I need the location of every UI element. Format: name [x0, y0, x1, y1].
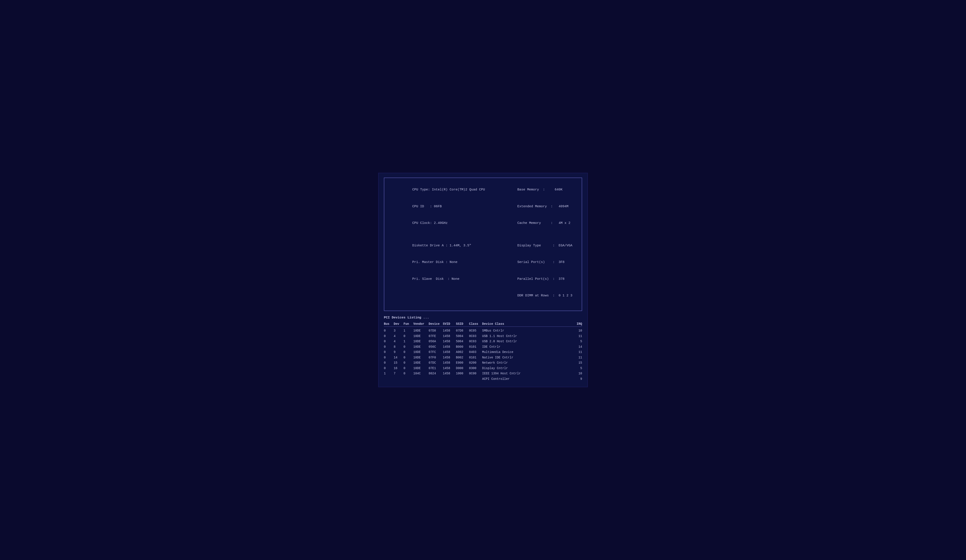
pci-ssid: 5004 [456, 333, 469, 339]
pci-device: 07DC [429, 360, 443, 366]
pci-svid: 1458 [443, 339, 456, 344]
pci-section: PCI Devices Listing ... Bus Dev Fun Vend… [384, 315, 582, 383]
pci-svid: 1458 [443, 328, 456, 333]
pci-table-row: 0 4 1 10DE 056A 1458 5004 0C03 USB 2.0 H… [384, 339, 582, 344]
serial-label: Serial Port(s) [517, 260, 545, 264]
bios-screen: CPU Type: Intel(R) Core(TM)2 Quad CPU CP… [378, 173, 588, 388]
pci-bus: 1 [384, 371, 394, 376]
col-header-bus: Bus [384, 322, 394, 326]
pci-devclass: USB 1.1 Host Cntrlr [482, 333, 573, 339]
pci-ssid: 5004 [456, 339, 469, 344]
pci-bus: 0 [384, 350, 394, 355]
pci-ssid: B000 [456, 344, 469, 350]
pci-table-row: 0 4 0 10DE 07FE 1458 5004 0C03 USB 1.1 H… [384, 333, 582, 339]
pci-irq: 5 [573, 339, 582, 344]
pci-dev: 15 [394, 360, 404, 366]
pci-class: 0C03 [469, 339, 482, 344]
pci-fun: 0 [404, 360, 413, 366]
diskette-row: Diskette Drive A : 1.44M, 3.5" [389, 237, 485, 254]
pci-vendor [413, 376, 429, 382]
pci-vendor: 10DE [413, 355, 429, 360]
base-mem-value: : 640K [543, 188, 562, 192]
pci-ssid: E000 [456, 360, 469, 366]
info-left-col: CPU Type: Intel(R) Core(TM)2 Quad CPU CP… [389, 182, 485, 307]
pci-table-row: 0 8 0 10DE 056C 1458 B000 0101 IDE Cntrl… [384, 344, 582, 350]
pci-devclass: Native IDE Cntrlr [482, 355, 573, 360]
pci-ssid: 07D8 [456, 328, 469, 333]
pci-svid: 1458 [443, 371, 456, 376]
pci-bus: 0 [384, 355, 394, 360]
pci-irq: 10 [573, 371, 582, 376]
pci-ssid: B002 [456, 355, 469, 360]
cpu-clock-value: : 2.40GHz [430, 221, 448, 225]
pci-svid: 1458 [443, 350, 456, 355]
pci-class: 0300 [469, 366, 482, 371]
pci-vendor: 10DE [413, 328, 429, 333]
pri-slave-label: Pri. Slave Disk [412, 277, 444, 281]
cpu-id-value: : 06FB [430, 205, 442, 209]
col-header-vendor: Vendor [413, 322, 429, 326]
cpu-clock-label: CPU Clock [412, 221, 430, 225]
pci-fun: 1 [404, 339, 413, 344]
pci-vendor: 10DE [413, 360, 429, 366]
pci-dev: 4 [394, 333, 404, 339]
pci-table-header: Bus Dev Fun Vendor Device SVID SSID Clas… [384, 321, 582, 327]
col-header-devclass: Device Class [482, 322, 573, 326]
pci-fun: 0 [404, 333, 413, 339]
pci-vendor: 10DE [413, 344, 429, 350]
pci-class: 0C00 [469, 371, 482, 376]
cpu-type-label: CPU Type [412, 188, 428, 192]
pci-fun: 0 [404, 355, 413, 360]
pci-device: 056C [429, 344, 443, 350]
pci-devclass: Network Cntrlr [482, 360, 573, 366]
pci-class [469, 376, 482, 382]
cpu-clock-row: CPU Clock: 2.40GHz [389, 215, 485, 232]
pci-device: 07D8 [429, 328, 443, 333]
ddr-label: DDR DIMM at Rows [517, 294, 549, 297]
pci-vendor: 104C [413, 371, 429, 376]
serial-row: Serial Port(s) : 3F8 [494, 254, 577, 271]
pci-svid: 1458 [443, 333, 456, 339]
pci-ssid: D000 [456, 366, 469, 371]
pci-devclass: Multimedia Device [482, 350, 573, 355]
pci-ssid: A002 [456, 350, 469, 355]
pci-bus: 0 [384, 344, 394, 350]
pci-svid: 1458 [443, 355, 456, 360]
pci-table-body: 0 3 1 10DE 07D8 1458 07D8 0C05 SMBus Cnt… [384, 328, 582, 381]
pci-table-row: 0 16 0 10DE 07E1 1458 D000 0300 Display … [384, 366, 582, 371]
pci-table-row: 0 3 1 10DE 07D8 1458 07D8 0C05 SMBus Cnt… [384, 328, 582, 333]
ddr-row: DDR DIMM at Rows : 0 1 2 3 [494, 287, 577, 304]
pci-irq: 9 [573, 376, 582, 382]
pci-dev: 8 [394, 344, 404, 350]
pci-devclass: Display Cntrlr [482, 366, 573, 371]
pci-svid: 1458 [443, 360, 456, 366]
pri-master-value: : None [446, 260, 457, 264]
pci-devclass: IEEE 1394 Host Cntrlr [482, 371, 573, 376]
pri-slave-row: Pri. Slave Disk : None [389, 271, 485, 287]
pci-table-row: 0 14 0 10DE 07F0 1458 B002 0101 Native I… [384, 355, 582, 360]
col-header-class: Class [469, 322, 482, 326]
parallel-value: : 378 [553, 277, 564, 281]
pci-fun: 0 [404, 344, 413, 350]
info-right-col: Base Memory : 640K Extended Memory : 409… [494, 182, 577, 307]
pci-irq: 15 [573, 360, 582, 366]
pci-vendor: 10DE [413, 350, 429, 355]
cache-mem-label: Cache Memory [517, 221, 541, 225]
pci-fun [404, 376, 413, 382]
ext-mem-row: Extended Memory : 4094M [494, 198, 577, 215]
col-header-device: Device [429, 322, 443, 326]
pci-irq: 11 [573, 350, 582, 355]
pci-fun: 0 [404, 371, 413, 376]
cache-mem-value: : 4M x 2 [551, 221, 570, 225]
pci-dev: 4 [394, 339, 404, 344]
pci-dev: 7 [394, 371, 404, 376]
ddr-value: : 0 1 2 3 [553, 294, 572, 297]
pci-svid [443, 376, 456, 382]
pci-class: 0C03 [469, 333, 482, 339]
pci-table-row: ACPI Controller 9 [384, 376, 582, 382]
system-info-panel: CPU Type: Intel(R) Core(TM)2 Quad CPU CP… [384, 177, 582, 311]
pci-class: 0101 [469, 355, 482, 360]
cpu-type-value: : Intel(R) Core(TM)2 Quad CPU [428, 188, 485, 192]
pci-dev: 16 [394, 366, 404, 371]
diskette-label: Diskette Drive A [412, 244, 444, 248]
